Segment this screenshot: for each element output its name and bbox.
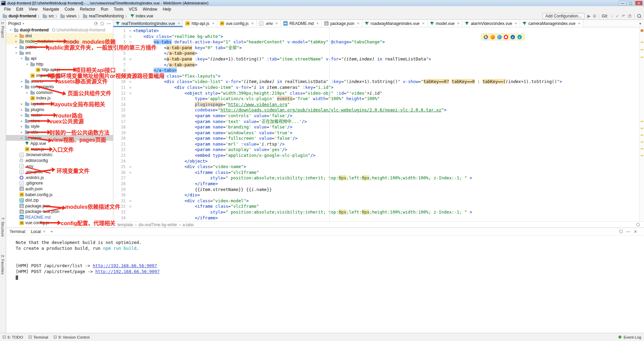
code-line[interactable]: 5 </a-tab-pane>: [113, 51, 639, 56]
code-text[interactable]: </iframe>: [133, 181, 639, 187]
code-text[interactable]: <param name='branding' value='false'/>: [133, 124, 639, 130]
warning-stripe-mark[interactable]: [641, 141, 643, 142]
warning-stripe-mark[interactable]: [641, 148, 643, 149]
code-line[interactable]: 8 </a-tabs>: [113, 68, 639, 73]
editor-tab[interactable]: MDREADME.md✕: [281, 20, 322, 27]
code-line[interactable]: 22 <param name='autoplay' value='yes'/>: [113, 147, 639, 153]
status-item----todo[interactable]: 6: TODO: [3, 335, 23, 339]
error-stripe[interactable]: [639, 28, 644, 221]
menu-item-vcs[interactable]: VCS: [126, 6, 140, 12]
git-rollback-icon[interactable]: ↶: [622, 14, 625, 18]
tree-item[interactable]: ▸common: [6, 90, 113, 96]
code-line[interactable]: 17 <param name='text' value='正在加载视频中...'…: [113, 119, 639, 125]
menu-item-navigate[interactable]: Navigate: [40, 6, 62, 12]
fold-marker-icon[interactable]: ⊟: [128, 45, 133, 51]
code-text[interactable]: <div class="video-list" v-for="(item,ind…: [133, 79, 639, 85]
problems-indicator[interactable]: [641, 29, 643, 32]
warning-stripe-mark[interactable]: [641, 128, 643, 129]
status-item-terminal[interactable]: Terminal: [29, 335, 48, 339]
locate-file-icon[interactable]: [94, 22, 98, 25]
tree-item[interactable]: ▸layouts: [6, 101, 113, 107]
fold-marker-icon[interactable]: ⊟: [128, 164, 133, 170]
close-icon[interactable]: ✕: [43, 230, 45, 233]
tree-item[interactable]: .editorconfig: [6, 158, 113, 164]
code-text[interactable]: <a-tab-pane :key="(index+1).toString()" …: [133, 56, 639, 62]
fold-marker-icon[interactable]: ⊟: [128, 204, 133, 209]
firefox-browser-icon[interactable]: [490, 35, 495, 39]
tree-item[interactable]: ▾api: [6, 56, 113, 62]
chevron-down-icon[interactable]: ▾: [23, 22, 24, 25]
code-line[interactable]: 31⊟ <div class="video-model">: [113, 198, 639, 204]
code-line[interactable]: 4⊟ <a-tab-pane key="0" tab="全部">: [113, 45, 639, 51]
chevron-down-icon[interactable]: ▾: [9, 28, 13, 32]
editor-tab[interactable]: cameraManage\index.vue✕: [520, 20, 583, 27]
code-text[interactable]: </object>: [133, 159, 639, 164]
tree-item[interactable]: JSmain.js: [6, 146, 113, 152]
fold-marker-icon[interactable]: ⊟: [128, 85, 133, 91]
editor-tab[interactable]: .env✕: [257, 20, 281, 27]
ie-browser-icon[interactable]: e: [511, 35, 515, 39]
menu-item-tools[interactable]: Tools: [111, 6, 126, 12]
close-icon[interactable]: ✕: [212, 22, 214, 25]
git-commit-icon[interactable]: ✓: [616, 14, 619, 18]
tool-stripe-project[interactable]: 1: Project: [1, 22, 5, 38]
chevron-right-icon[interactable]: ▸: [20, 119, 24, 123]
code-line[interactable]: 30 </div>: [113, 192, 639, 198]
breadcrumb-item[interactable]: views: [60, 14, 76, 18]
editor-breadcrumb-item[interactable]: template: [117, 222, 133, 227]
terminal-link[interactable]: http://192.168.66.56:9007: [93, 263, 157, 268]
code-line[interactable]: 15 codebase="http://downloads.videolan.o…: [113, 107, 639, 113]
chevron-down-icon[interactable]: ▾: [20, 85, 24, 88]
safari-browser-icon[interactable]: [497, 35, 502, 39]
tree-item[interactable]: ▾duoji-frontendD:\zheheWeb\duoji-fronten…: [6, 27, 113, 33]
chevron-right-icon[interactable]: ▸: [14, 34, 18, 38]
tree-item[interactable]: ▾http: [6, 62, 113, 67]
menu-item-help[interactable]: Help: [160, 6, 174, 12]
chevron-right-icon[interactable]: ▸: [20, 136, 24, 140]
code-line[interactable]: 2⊟ <div class="realTime bg-white">: [113, 34, 639, 40]
tree-item[interactable]: JShttp-api.js: [6, 67, 113, 73]
breadcrumb-item[interactable]: src: [43, 14, 54, 18]
terminal-tab-local[interactable]: Local✕: [30, 229, 47, 234]
close-icon[interactable]: ✕: [316, 22, 319, 25]
code-line[interactable]: 12⊟ <object style="width:390px;height:21…: [113, 91, 639, 96]
code-line[interactable]: 19 <param name='windowless' value='true'…: [113, 130, 639, 136]
editor-tab[interactable]: JSvue.config.js✕: [217, 20, 257, 27]
warning-stripe-mark[interactable]: [641, 49, 643, 50]
code-text[interactable]: </iframe>: [133, 215, 639, 221]
fold-marker-icon[interactable]: ⊟: [128, 198, 133, 204]
code-text[interactable]: type='application/x-vlc-plugin' events='…: [133, 96, 639, 102]
tree-item[interactable]: JSimportExcel.js: [6, 73, 113, 79]
code-text[interactable]: <param name='autoplay' value='yes'/>: [133, 147, 639, 153]
tree-item[interactable]: ▸store: [6, 118, 113, 124]
code-line[interactable]: 28 </iframe>: [113, 181, 639, 187]
editor-breadcrumb-item[interactable]: a-tabs: [183, 222, 194, 227]
tree-item[interactable]: .env.prod: [6, 169, 113, 175]
maximize-button[interactable]: ▢: [627, 1, 634, 5]
fold-marker-icon[interactable]: ⊟: [128, 170, 133, 176]
editor-tab[interactable]: model.vue✕: [428, 20, 463, 27]
minimize-button[interactable]: —: [619, 1, 626, 5]
edge-browser-icon[interactable]: e: [517, 35, 522, 39]
event-log-label[interactable]: Event Log: [624, 335, 641, 339]
chevron-right-icon[interactable]: ▸: [20, 108, 24, 111]
code-text[interactable]: <div class="flex-layouts">: [133, 73, 639, 79]
breadcrumb-settings-gear-icon[interactable]: [636, 223, 640, 227]
code-text[interactable]: style=" position:absolute;visibility:inh…: [133, 175, 639, 181]
fold-marker-icon[interactable]: ⊟: [128, 56, 133, 62]
code-text[interactable]: <div class="realTime bg-white">: [133, 34, 639, 40]
code-text[interactable]: <param name='controls' value='false'/>: [133, 113, 639, 119]
breadcrumb-item[interactable]: realTimeMonitoring: [83, 14, 124, 18]
code-line[interactable]: 29 {{item.streetName}} {{i.name}}: [113, 187, 639, 193]
chevron-right-icon[interactable]: ▸: [14, 45, 18, 49]
chevron-down-icon[interactable]: ▾: [14, 51, 18, 55]
chevron-down-icon[interactable]: ▾: [20, 57, 24, 60]
chevron-right-icon[interactable]: ▸: [20, 80, 24, 83]
tree-item[interactable]: ▸public: [6, 44, 113, 50]
tree-item[interactable]: ▸style: [6, 124, 113, 129]
tree-item[interactable]: MDREADME.md: [6, 215, 113, 220]
menu-item-code[interactable]: Code: [62, 6, 77, 12]
tree-item[interactable]: ▾src: [6, 50, 113, 56]
tree-item[interactable]: JSindex.js: [6, 95, 113, 101]
code-text[interactable]: <a-tabs default-active-key="1" slot="hea…: [133, 39, 639, 45]
